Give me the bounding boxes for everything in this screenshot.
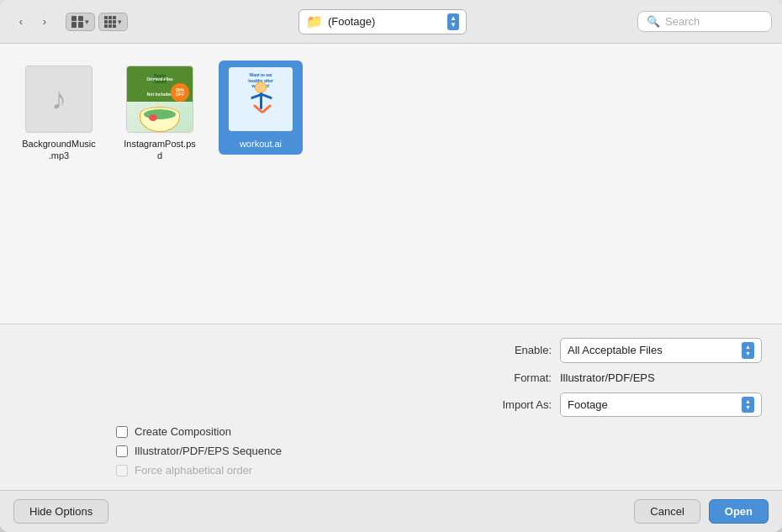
enable-select[interactable]: All Acceptable Files ▲ ▼ — [560, 338, 762, 362]
psd-sale-badge: 80%OFF — [171, 83, 189, 102]
create-composition-checkbox[interactable] — [116, 426, 128, 438]
stick-figure — [244, 82, 277, 128]
create-composition-row: Create Composition — [116, 425, 762, 438]
pdf-sequence-label[interactable]: Illustrator/PDF/EPS Sequence — [135, 445, 282, 457]
search-icon: 🔍 — [647, 15, 660, 28]
back-button[interactable]: ‹ — [10, 13, 32, 30]
create-composition-label[interactable]: Create Composition — [135, 425, 231, 438]
forward-icon: › — [43, 15, 46, 28]
file-label-workout: workout.ai — [240, 138, 282, 150]
list-view-chevron: ▾ — [118, 18, 122, 26]
bottom-bar: Hide Options Cancel Open — [0, 490, 782, 532]
options-panel: Enable: All Acceptable Files ▲ ▼ Format:… — [0, 324, 782, 490]
import-as-value: Footage — [568, 398, 742, 411]
hide-options-button[interactable]: Hide Options — [13, 499, 108, 524]
grid-view-button[interactable]: ▾ — [66, 13, 95, 31]
back-icon: ‹ — [19, 15, 23, 28]
format-value: Illustrator/PDF/EPS — [560, 371, 762, 384]
pdf-sequence-row: Illustrator/PDF/EPS Sequence — [116, 445, 762, 457]
file-browser: ♪ BackgroundMusic.mp3 Original FilesNot … — [0, 44, 782, 324]
forward-button[interactable]: › — [34, 13, 55, 30]
psd-thumbnail-content: Original FilesNot Included TastySalad 80… — [127, 66, 193, 132]
format-label: Format: — [468, 371, 552, 384]
force-alpha-checkbox — [116, 465, 128, 477]
file-label-instagrampost: InstagramPost.psd — [123, 138, 197, 162]
stick-arm-right — [261, 92, 272, 99]
psd-salad-red — [149, 114, 157, 121]
force-alpha-label: Force alphabetical order — [135, 464, 252, 477]
psd-bowl — [140, 107, 180, 132]
file-browser-dialog: ‹ › ▾ ▾ 📁 — [0, 0, 782, 532]
file-label-backgroundmusic: BackgroundMusic.mp3 — [22, 138, 96, 162]
psd-badge-text: 80%OFF — [176, 88, 184, 97]
open-button[interactable]: Open — [709, 499, 769, 524]
file-thumb-instagrampost: Original FilesNot Included TastySalad 80… — [126, 66, 193, 133]
folder-icon: 📁 — [306, 13, 323, 29]
list-view-button[interactable]: ▾ — [98, 13, 128, 31]
import-as-label: Import As: — [468, 398, 552, 411]
import-as-row: Import As: Footage ▲ ▼ — [20, 392, 762, 417]
location-stepper[interactable]: ▲ ▼ — [447, 13, 459, 30]
cancel-button[interactable]: Cancel — [634, 499, 700, 524]
music-note-icon: ♪ — [51, 82, 66, 117]
file-thumb-workout: Want to eathealthy afterworkout! — [227, 66, 294, 133]
grid-9-icon — [104, 16, 116, 28]
format-row: Format: Illustrator/PDF/EPS — [20, 371, 762, 384]
force-alpha-row: Force alphabetical order — [116, 464, 762, 477]
view-buttons: ▾ ▾ — [66, 13, 128, 31]
pdf-sequence-checkbox[interactable] — [116, 445, 128, 457]
file-item-instagrampost[interactable]: Original FilesNot Included TastySalad 80… — [118, 61, 202, 167]
ai-thumbnail-content: Want to eathealthy afterworkout! — [229, 67, 293, 131]
file-item-workout[interactable]: Want to eathealthy afterworkout! — [219, 61, 303, 155]
nav-buttons: ‹ › — [10, 13, 55, 30]
ai-figure — [244, 82, 277, 128]
location-dropdown[interactable]: 📁 (Footage) ▲ ▼ — [299, 9, 467, 34]
location-label: (Footage) — [328, 15, 442, 28]
stick-leg-right — [262, 103, 272, 113]
import-as-select[interactable]: Footage ▲ ▼ — [560, 392, 762, 417]
checkboxes-area: Create Composition Illustrator/PDF/EPS S… — [116, 425, 762, 477]
file-item-backgroundmusic[interactable]: ♪ BackgroundMusic.mp3 — [17, 61, 101, 167]
grid-view-chevron: ▾ — [85, 18, 89, 26]
enable-stepper[interactable]: ▲ ▼ — [742, 342, 754, 358]
search-box: 🔍 — [637, 11, 772, 32]
bottom-right-buttons: Cancel Open — [634, 499, 769, 524]
files-grid: ♪ BackgroundMusic.mp3 Original FilesNot … — [17, 61, 765, 167]
grid-4-icon — [71, 16, 83, 28]
enable-row: Enable: All Acceptable Files ▲ ▼ — [20, 338, 762, 362]
search-input[interactable] — [665, 15, 763, 28]
file-thumb-backgroundmusic: ♪ — [25, 66, 92, 133]
enable-value: All Acceptable Files — [568, 344, 742, 356]
import-as-stepper[interactable]: ▲ ▼ — [742, 397, 754, 413]
enable-label: Enable: — [468, 344, 552, 356]
stick-head — [255, 82, 267, 93]
toolbar: ‹ › ▾ ▾ 📁 — [0, 0, 782, 44]
